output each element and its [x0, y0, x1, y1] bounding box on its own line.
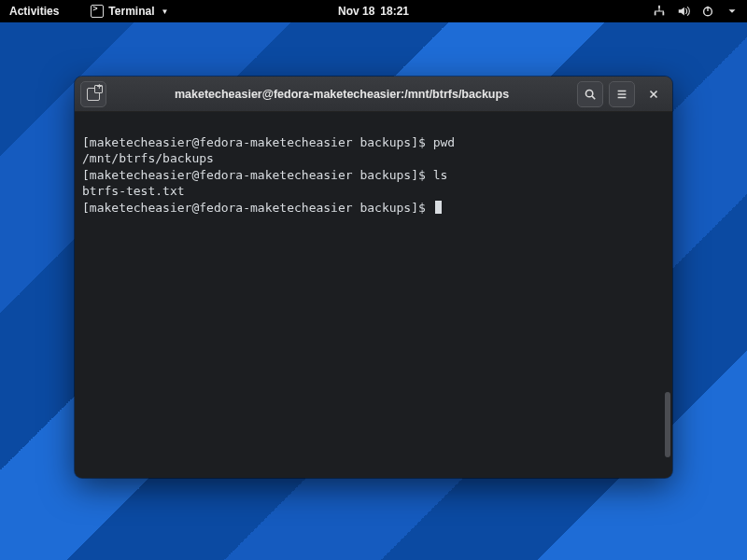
close-button[interactable] [641, 81, 667, 107]
prompt: [maketecheasier@fedora-maketecheasier ba… [82, 135, 433, 149]
power-icon[interactable] [700, 5, 715, 18]
new-tab-button[interactable] [80, 81, 106, 107]
output-text: btrfs-test.txt [82, 184, 185, 198]
svg-line-6 [592, 95, 595, 98]
new-tab-icon [87, 88, 100, 101]
chevron-down-icon: ▼ [161, 7, 168, 16]
svg-rect-1 [655, 12, 656, 16]
command-text: ls [433, 168, 448, 182]
volume-icon[interactable] [676, 5, 691, 18]
gnome-top-bar: Activities Terminal ▼ Nov 18 18:21 [0, 0, 747, 22]
prompt: [maketecheasier@fedora-maketecheasier ba… [82, 201, 433, 215]
terminal-icon [91, 5, 104, 18]
app-menu[interactable]: Terminal ▼ [91, 5, 168, 18]
clock[interactable]: Nov 18 18:21 [338, 5, 409, 18]
network-icon[interactable] [652, 5, 667, 18]
svg-rect-2 [663, 12, 665, 16]
prompt: [maketecheasier@fedora-maketecheasier ba… [82, 168, 433, 182]
menu-button[interactable] [609, 81, 635, 107]
command-text: pwd [433, 135, 455, 149]
activities-button[interactable]: Activities [7, 5, 61, 18]
close-icon [647, 88, 660, 101]
clock-time: 18:21 [380, 5, 409, 18]
svg-rect-0 [658, 6, 660, 9]
chevron-down-icon[interactable] [725, 5, 740, 18]
cursor [435, 201, 442, 214]
terminal-body[interactable]: [maketecheasier@fedora-maketecheasier ba… [75, 112, 672, 478]
output-text: /mnt/btrfs/backups [82, 151, 214, 165]
scrollbar-thumb[interactable] [665, 392, 670, 457]
clock-date: Nov 18 [338, 5, 374, 18]
terminal-window: maketecheasier@fedora-maketecheasier:/mn… [75, 77, 672, 478]
hamburger-icon [615, 88, 628, 101]
search-icon [584, 88, 597, 101]
window-titlebar[interactable]: maketecheasier@fedora-maketecheasier:/mn… [75, 77, 672, 112]
svg-point-5 [585, 90, 592, 96]
window-title: maketecheasier@fedora-maketecheasier:/mn… [112, 88, 571, 101]
search-button[interactable] [577, 81, 603, 107]
app-menu-label: Terminal [108, 5, 154, 18]
